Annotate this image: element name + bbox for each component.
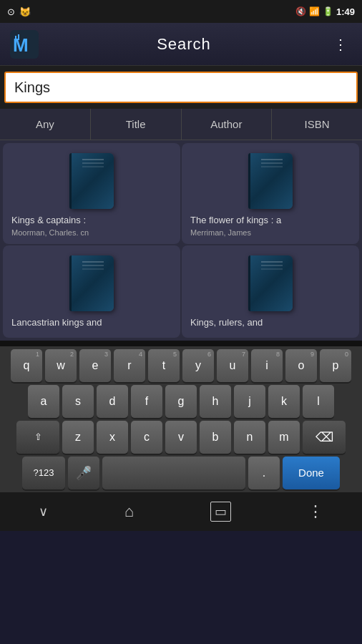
book-cover-0	[11, 153, 172, 209]
book-cover-1	[190, 153, 351, 209]
keyboard-divider	[0, 341, 362, 346]
key-b[interactable]: b	[200, 421, 231, 454]
keyboard: 1q 2w 3e 4r 5t 6y 7u 8i 9o 0p a s d f g …	[0, 346, 362, 492]
key-h[interactable]: h	[200, 385, 231, 418]
key-l[interactable]: l	[303, 385, 334, 418]
key-p[interactable]: 0p	[320, 349, 351, 382]
keyboard-row-3: ⇧ z x c v b n m ⌫	[1, 421, 361, 454]
nav-overflow-icon[interactable]: ⋮	[308, 502, 323, 521]
key-v[interactable]: v	[165, 421, 197, 454]
result-title-2: Lancastrian kings and	[11, 317, 102, 329]
filter-tabs: Any Title Author ISBN	[0, 109, 362, 140]
key-k[interactable]: k	[268, 385, 300, 418]
key-a[interactable]: a	[28, 385, 59, 418]
key-e[interactable]: 3e	[79, 349, 111, 382]
notification-icon: ⊙	[7, 6, 15, 17]
result-card-1[interactable]: The flower of kings : a Merriman, James	[182, 143, 359, 244]
key-j[interactable]: j	[234, 385, 265, 418]
key-f[interactable]: f	[131, 385, 162, 418]
key-t[interactable]: 5t	[148, 349, 180, 382]
keyboard-row-2: a s d f g h j k l	[1, 385, 361, 418]
key-numbers[interactable]: ?123	[22, 457, 65, 489]
key-period[interactable]: .	[248, 457, 280, 489]
key-m[interactable]: m	[268, 421, 300, 454]
result-title-3: Kings, rulers, and	[190, 317, 263, 329]
key-s[interactable]: s	[62, 385, 94, 418]
page-title: Search	[40, 35, 328, 54]
result-author-0: Moorman, Charles. cn	[11, 228, 89, 237]
key-r[interactable]: 4r	[114, 349, 145, 382]
key-o[interactable]: 9o	[285, 349, 317, 382]
mute-icon: 🔇	[295, 6, 306, 16]
result-card-2[interactable]: Lancastrian kings and	[3, 245, 180, 338]
key-done[interactable]: Done	[283, 457, 340, 489]
key-i[interactable]: 8i	[251, 349, 283, 382]
book-cover-2	[11, 255, 172, 311]
key-n[interactable]: n	[234, 421, 265, 454]
status-left-icons: ⊙ 😺	[7, 6, 31, 17]
result-author-1: Merriman, James	[190, 228, 251, 237]
result-title-1: The flower of kings : a	[190, 215, 281, 227]
app-logo[interactable]: M	[9, 29, 40, 60]
key-y[interactable]: 6y	[182, 349, 214, 382]
nav-recents-icon[interactable]: ▭	[210, 502, 231, 522]
key-c[interactable]: c	[131, 421, 162, 454]
key-shift[interactable]: ⇧	[16, 421, 59, 454]
app-icon: 😺	[19, 6, 31, 17]
book-cover-3	[190, 255, 351, 311]
keyboard-bottom-row: ?123 🎤 . Done	[1, 457, 361, 489]
overflow-menu-button[interactable]: ⋮	[328, 31, 353, 57]
result-card-3[interactable]: Kings, rulers, and	[182, 245, 359, 338]
key-mic[interactable]: 🎤	[68, 457, 99, 489]
nav-bar: ∨ ⌂ ▭ ⋮	[0, 492, 362, 531]
tab-author[interactable]: Author	[182, 109, 273, 140]
result-card-0[interactable]: Kings & captains : Moorman, Charles. cn	[3, 143, 180, 244]
tab-isbn[interactable]: ISBN	[272, 109, 362, 140]
search-container	[0, 66, 362, 109]
wifi-icon: 📶	[309, 6, 320, 16]
results-grid: Kings & captains : Moorman, Charles. cn …	[0, 140, 362, 341]
result-title-0: Kings & captains :	[11, 215, 86, 227]
app-bar: M Search ⋮	[0, 23, 362, 66]
key-d[interactable]: d	[97, 385, 128, 418]
keyboard-row-1: 1q 2w 3e 4r 5t 6y 7u 8i 9o 0p	[1, 349, 361, 382]
status-bar: ⊙ 😺 🔇 📶 🔋 1:49	[0, 0, 362, 23]
nav-home-icon[interactable]: ⌂	[124, 502, 134, 521]
key-backspace[interactable]: ⌫	[303, 421, 346, 454]
key-u[interactable]: 7u	[217, 349, 248, 382]
tab-any[interactable]: Any	[0, 109, 91, 140]
key-space[interactable]	[102, 457, 245, 489]
key-z[interactable]: z	[62, 421, 94, 454]
time-display: 1:49	[336, 6, 355, 17]
key-x[interactable]: x	[97, 421, 128, 454]
search-input[interactable]	[4, 72, 358, 103]
status-right-icons: 🔇 📶 🔋 1:49	[295, 6, 355, 17]
key-g[interactable]: g	[165, 385, 197, 418]
battery-icon: 🔋	[323, 6, 333, 16]
tab-title[interactable]: Title	[91, 109, 182, 140]
nav-back-icon[interactable]: ∨	[39, 504, 48, 519]
key-w[interactable]: 2w	[45, 349, 77, 382]
key-q[interactable]: 1q	[11, 349, 42, 382]
